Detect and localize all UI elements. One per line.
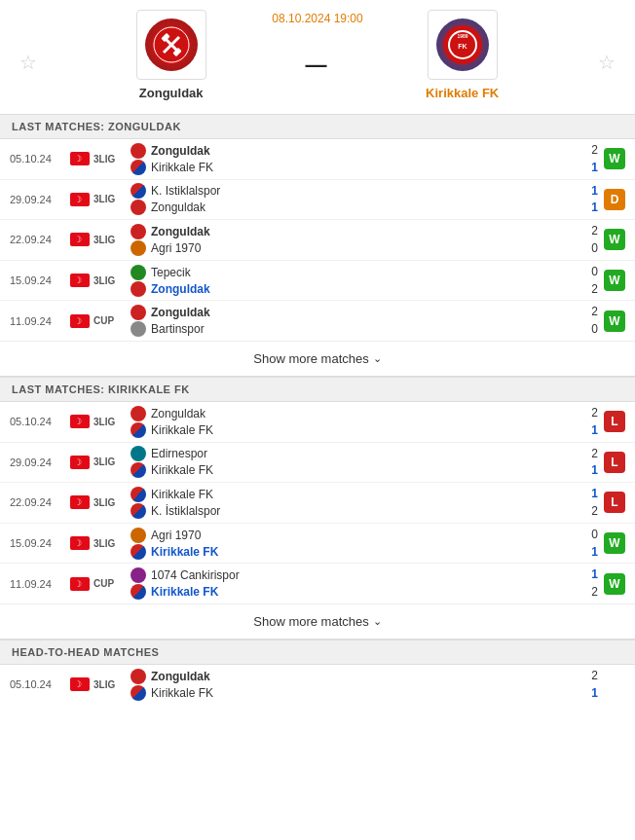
score-col: 0 2 bbox=[571, 264, 598, 298]
home-favorite-star[interactable]: ☆ bbox=[19, 51, 37, 74]
flag-icon bbox=[70, 677, 90, 691]
away-favorite-star[interactable]: ☆ bbox=[598, 51, 616, 74]
team1-row: Edirnespor bbox=[131, 446, 571, 461]
team2-row: Kirikkale FK bbox=[131, 160, 571, 175]
score2: 0 bbox=[591, 321, 598, 338]
team2-name: K. İstiklalspor bbox=[151, 504, 220, 518]
away-team-name: Kirikkale FK bbox=[426, 86, 499, 100]
team1-name: 1074 Cankirispor bbox=[151, 568, 240, 582]
teams-col: K. Istiklalspor Zonguldak bbox=[131, 183, 571, 215]
league-badge: 3LIG bbox=[93, 235, 125, 245]
team2-icon bbox=[131, 584, 146, 600]
table-row: 29.09.24 3LIG Edirnespor Kirikkale FK 2 … bbox=[0, 443, 635, 484]
score2: 1 bbox=[591, 200, 598, 216]
team2-icon bbox=[131, 200, 146, 215]
h2h-matches-list: 05.10.24 3LIG Zonguldak Kirikkale FK 2 1 bbox=[0, 665, 635, 705]
team1-name: Zonguldak bbox=[151, 306, 210, 319]
score-col: 0 1 bbox=[571, 527, 598, 561]
show-more-zonguldak-row: Show more matches ⌄ bbox=[0, 341, 635, 377]
league-badge: CUP bbox=[93, 578, 125, 589]
team1-row: Zonguldak bbox=[131, 224, 571, 239]
match-date-cell: 22.09.24 bbox=[10, 234, 70, 245]
score2: 1 bbox=[591, 544, 598, 561]
home-team-logo bbox=[145, 18, 198, 71]
score-col: 2 0 bbox=[571, 223, 598, 257]
away-team-logo: FK 1989 bbox=[436, 18, 489, 71]
score-col: 2 0 bbox=[571, 304, 598, 338]
team2-name: Kirikkale FK bbox=[151, 423, 213, 437]
teams-col: Zonguldak Kirikkale FK bbox=[131, 143, 571, 175]
score-col: 2 1 bbox=[571, 405, 598, 439]
score-col: 2 1 bbox=[571, 668, 598, 702]
team1-row: Zonguldak bbox=[131, 406, 571, 421]
teams-col: Zonguldak Kirikkale FK bbox=[131, 406, 571, 438]
home-team-name: Zonguldak bbox=[139, 86, 204, 100]
team1-row: Tepecik bbox=[131, 265, 571, 280]
score2: 1 bbox=[591, 160, 598, 176]
team2-name: Zonguldak bbox=[151, 201, 205, 214]
away-team-logo-wrapper: FK 1989 bbox=[428, 10, 498, 80]
table-row: 11.09.24 CUP Zonguldak Bartinspor 2 0 W bbox=[0, 301, 635, 341]
team2-row: Kirikkale FK bbox=[131, 685, 571, 701]
home-team-block: Zonguldak bbox=[136, 10, 206, 100]
team2-icon bbox=[131, 685, 146, 701]
team2-row: Kirikkale FK bbox=[131, 584, 571, 600]
league-badge: 3LIG bbox=[93, 457, 125, 467]
team1-name: Zonguldak bbox=[151, 407, 205, 420]
result-badge: W bbox=[604, 310, 625, 332]
team2-row: Zonguldak bbox=[131, 200, 571, 215]
team1-row: Zonguldak bbox=[131, 669, 571, 684]
league-badge: 3LIG bbox=[93, 679, 125, 690]
league-badge: 3LIG bbox=[93, 194, 125, 204]
team2-row: Agri 1970 bbox=[131, 240, 571, 256]
match-date-cell: 15.09.24 bbox=[10, 274, 70, 286]
team2-icon bbox=[131, 160, 146, 175]
match-date-cell: 11.09.24 bbox=[10, 578, 70, 590]
team2-icon bbox=[131, 240, 146, 256]
flag-icon bbox=[70, 274, 90, 287]
show-more-kirikkale-label: Show more matches bbox=[253, 614, 369, 629]
table-row: 05.10.24 3LIG Zonguldak Kirikkale FK 2 1 bbox=[0, 665, 635, 705]
result-badge: L bbox=[604, 452, 625, 473]
result-badge: W bbox=[604, 148, 625, 169]
teams-col: 1074 Cankirispor Kirikkale FK bbox=[131, 567, 571, 600]
table-row: 15.09.24 3LIG Agri 1970 Kirikkale FK 0 1… bbox=[0, 524, 635, 565]
show-more-zonguldak-button[interactable]: Show more matches ⌄ bbox=[253, 351, 382, 366]
team2-icon bbox=[131, 281, 146, 297]
score2: 1 bbox=[591, 685, 598, 702]
team1-row: Zonguldak bbox=[131, 305, 571, 320]
team1-row: 1074 Cankirispor bbox=[131, 567, 571, 583]
score2: 1 bbox=[591, 422, 598, 439]
match-date-cell: 22.09.24 bbox=[10, 496, 70, 508]
score-col: 1 2 bbox=[571, 486, 598, 520]
team1-icon bbox=[131, 183, 146, 199]
score1: 2 bbox=[591, 223, 598, 239]
result-badge: L bbox=[604, 411, 625, 432]
show-more-kirikkale-button[interactable]: Show more matches ⌄ bbox=[253, 614, 382, 629]
teams-col: Tepecik Zonguldak bbox=[131, 265, 571, 297]
teams-col: Edirnespor Kirikkale FK bbox=[131, 446, 571, 478]
score1: 2 bbox=[591, 446, 598, 462]
teams-col: Zonguldak Kirikkale FK bbox=[131, 669, 571, 701]
teams-col: Agri 1970 Kirikkale FK bbox=[131, 528, 571, 560]
table-row: 11.09.24 CUP 1074 Cankirispor Kirikkale … bbox=[0, 564, 635, 603]
teams-col: Kirikkale FK K. İstiklalspor bbox=[131, 487, 571, 519]
chevron-down-icon: ⌄ bbox=[373, 352, 382, 365]
team1-icon bbox=[131, 487, 146, 502]
team1-icon bbox=[131, 528, 146, 543]
league-badge: 3LIG bbox=[93, 538, 125, 549]
match-date-cell: 05.10.24 bbox=[10, 153, 70, 164]
zonguldak-matches-list: 05.10.24 3LIG Zonguldak Kirikkale FK 2 1… bbox=[0, 139, 635, 341]
flag-icon bbox=[70, 577, 90, 591]
score1: 1 bbox=[591, 486, 598, 502]
team2-icon bbox=[131, 462, 146, 478]
team1-row: Agri 1970 bbox=[131, 528, 571, 543]
league-badge: 3LIG bbox=[93, 417, 125, 427]
team1-name: Kirikkale FK bbox=[151, 488, 213, 501]
table-row: 15.09.24 3LIG Tepecik Zonguldak 0 2 W bbox=[0, 261, 635, 302]
team1-row: Kirikkale FK bbox=[131, 487, 571, 502]
flag-icon bbox=[70, 456, 90, 469]
team2-name: Agri 1970 bbox=[151, 241, 201, 255]
team1-name: Zonguldak bbox=[151, 670, 210, 683]
team1-icon bbox=[131, 265, 146, 280]
